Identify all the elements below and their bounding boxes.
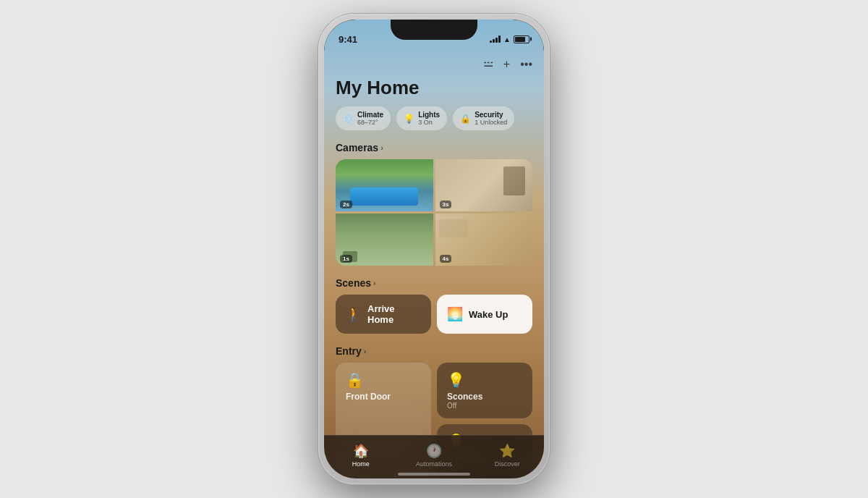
climate-value: 68–72°	[357, 119, 383, 126]
entry-label: Entry	[336, 345, 362, 357]
front-door-icon: 🔒	[346, 372, 364, 388]
app-content: 𝌃 + ••• My Home ❄️ Climate 68–72°	[324, 51, 544, 478]
lights-label: Lights	[418, 111, 440, 119]
cameras-label: Cameras	[336, 142, 378, 153]
lights-value: 3 On	[418, 119, 440, 126]
climate-label: Climate	[357, 111, 383, 119]
arrive-home-label: Arrive Home	[367, 303, 421, 325]
scenes-arrow: ›	[373, 279, 376, 287]
top-actions: 𝌃 + •••	[324, 51, 544, 74]
front-door-label: Front Door	[346, 392, 421, 402]
scenes-grid: 🚶 Arrive Home 🌅 Wake Up	[336, 295, 532, 334]
battery-icon	[514, 35, 529, 43]
tab-automations-label: Automations	[416, 460, 452, 468]
sconces-sublabel: Off	[447, 402, 522, 410]
app-screen: 9:41 ▲ 𝌃	[324, 20, 544, 478]
camera-4-timer: 4s	[440, 255, 452, 263]
security-label: Security	[475, 111, 507, 119]
camera-4[interactable]: 4s	[435, 214, 533, 266]
wake-up-button[interactable]: 🌅 Wake Up	[437, 295, 532, 334]
security-value: 1 Unlocked	[475, 119, 507, 126]
sconces-label: Sconces	[447, 392, 522, 402]
sconces-card[interactable]: 💡 Sconces Off	[437, 363, 532, 418]
tab-home-icon: 🏠	[353, 443, 369, 459]
camera-1[interactable]: 2s	[336, 159, 433, 211]
volume-down-button[interactable]	[315, 179, 318, 215]
climate-pill[interactable]: ❄️ Climate 68–72°	[336, 106, 391, 130]
tab-home-label: Home	[352, 460, 370, 468]
arrive-home-icon: 🚶	[346, 306, 362, 322]
arrive-home-button[interactable]: 🚶 Arrive Home	[336, 295, 431, 334]
scenes-label: Scenes	[336, 277, 371, 289]
scenes-section-header[interactable]: Scenes ›	[324, 274, 544, 295]
camera-grid: 2s 3s 1s	[336, 159, 532, 266]
entry-section-header[interactable]: Entry ›	[324, 342, 544, 363]
signal-icon	[490, 35, 501, 43]
tab-automations[interactable]: 🕐 Automations	[397, 443, 470, 468]
more-icon[interactable]: •••	[520, 58, 532, 71]
status-icons: ▲	[490, 35, 529, 43]
tab-discover-icon: ⭐	[499, 443, 515, 459]
lights-icon: 💡	[404, 114, 414, 124]
camera-2[interactable]: 3s	[435, 159, 533, 211]
lights-pill[interactable]: 💡 Lights 3 On	[396, 106, 447, 130]
siri-icon[interactable]: 𝌃	[483, 57, 493, 71]
phone-screen: 9:41 ▲ 𝌃	[324, 20, 544, 478]
cameras-arrow: ›	[380, 143, 383, 152]
phone-device: 9:41 ▲ 𝌃	[318, 14, 550, 484]
cameras-section-header[interactable]: Cameras ›	[324, 139, 544, 159]
tab-discover[interactable]: ⭐ Discover	[471, 443, 544, 468]
volume-up-button[interactable]	[315, 133, 318, 169]
entry-arrow: ›	[364, 347, 367, 355]
power-button[interactable]	[550, 140, 553, 198]
sconces-icon: 💡	[447, 372, 465, 388]
camera-3-timer: 1s	[340, 255, 352, 263]
security-pill[interactable]: 🔒 Security 1 Unlocked	[453, 106, 514, 130]
add-icon[interactable]: +	[503, 58, 510, 71]
security-icon: 🔒	[460, 114, 471, 124]
camera-1-timer: 2s	[340, 201, 352, 208]
page-title: My Home	[324, 74, 544, 106]
category-pills: ❄️ Climate 68–72° 💡 Lights 3 On	[324, 106, 544, 139]
notch	[391, 20, 477, 40]
wake-up-label: Wake Up	[469, 309, 508, 320]
climate-icon: ❄️	[343, 114, 354, 124]
tab-discover-label: Discover	[495, 460, 520, 468]
tab-bar: 🏠 Home 🕐 Automations ⭐ Discover	[324, 435, 544, 478]
camera-3[interactable]: 1s	[336, 214, 433, 266]
mute-button[interactable]	[315, 101, 318, 122]
status-time: 9:41	[339, 34, 357, 45]
wake-up-icon: 🌅	[447, 306, 463, 322]
camera-2-timer: 3s	[440, 201, 452, 208]
tab-home[interactable]: 🏠 Home	[324, 443, 397, 468]
wifi-icon: ▲	[503, 35, 511, 43]
tab-automations-icon: 🕐	[426, 443, 442, 459]
home-indicator	[398, 473, 470, 476]
